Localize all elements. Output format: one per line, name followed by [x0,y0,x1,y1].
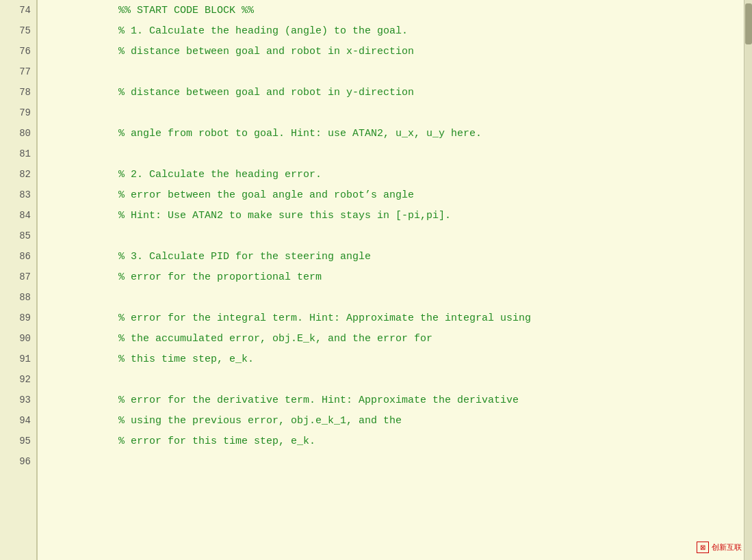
line-number: 92 [0,369,36,390]
line-number: 82 [0,164,36,185]
line-number: 77 [0,62,36,82]
code-container: 7475767778798081828384858687888990919293… [0,0,752,560]
line-number: 81 [0,144,36,164]
line-number: 84 [0,205,36,226]
code-line: % the accumulated error, obj.E_k, and th… [44,328,744,349]
code-line: % 1. Calculate the heading (angle) to th… [44,21,744,41]
watermark-icon: ⊠ [697,542,709,553]
code-line: % distance between goal and robot in x-d… [44,41,744,62]
code-line: % error for the proportional term [44,267,744,287]
code-line [44,144,744,164]
code-line [44,226,744,246]
line-number: 87 [0,267,36,287]
line-number: 89 [0,308,36,328]
code-line: % 3. Calculate PID for the steering angl… [44,246,744,267]
line-number: 85 [0,226,36,246]
code-line: % distance between goal and robot in y-d… [44,82,744,103]
line-number: 75 [0,21,36,41]
line-number: 78 [0,82,36,103]
line-numbers: 7475767778798081828384858687888990919293… [0,0,38,560]
code-line [44,62,744,82]
line-number: 91 [0,349,36,369]
code-area: %% START CODE BLOCK %% % 1. Calculate th… [38,0,744,560]
watermark: ⊠ 创新互联 [697,542,742,553]
code-line: % using the previous error, obj.e_k_1, a… [44,410,744,431]
code-line: % error for this time step, e_k. [44,431,744,451]
code-line: % this time step, e_k. [44,349,744,369]
line-number: 83 [0,185,36,205]
code-line: % angle from robot to goal. Hint: use AT… [44,123,744,144]
line-number: 90 [0,328,36,349]
code-line [44,451,744,472]
line-number: 80 [0,123,36,144]
line-number: 76 [0,41,36,62]
scrollbar-thumb[interactable] [745,3,752,44]
code-line [44,103,744,123]
code-line: %% START CODE BLOCK %% [44,0,744,21]
watermark-text: 创新互联 [712,542,742,552]
line-number: 95 [0,431,36,451]
code-line: % 2. Calculate the heading error. [44,164,744,185]
code-line: % error between the goal angle and robot… [44,185,744,205]
code-line: % error for the integral term. Hint: App… [44,308,744,328]
code-line: % error for the derivative term. Hint: A… [44,390,744,410]
line-number: 79 [0,103,36,123]
code-line: % Hint: Use ATAN2 to make sure this stay… [44,205,744,226]
code-line [44,287,744,308]
scrollbar[interactable] [744,0,752,560]
line-number: 93 [0,390,36,410]
line-number: 94 [0,410,36,431]
code-line [44,369,744,390]
line-number: 74 [0,0,36,21]
line-number: 88 [0,287,36,308]
line-number: 96 [0,451,36,472]
line-number: 86 [0,246,36,267]
